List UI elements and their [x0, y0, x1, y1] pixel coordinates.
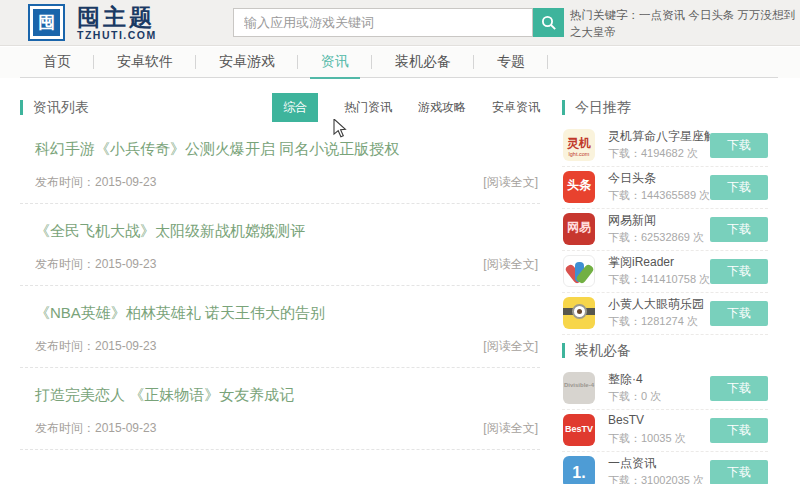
news-item-title[interactable]: 《全民飞机大战》太阳级新战机嫦娥测评 [35, 222, 538, 241]
nav-item[interactable]: 安卓游戏 [196, 47, 298, 78]
nav-items: 首页安卓软件安卓游戏资讯装机必备专题 [20, 47, 778, 78]
search-icon [541, 15, 557, 31]
news-item-date: 发布时间：2015-09-23 [35, 420, 156, 437]
news-item-meta: 发布时间：2015-09-23 [阅读全文] [35, 174, 538, 191]
news-filter-tab[interactable]: 游戏攻略 [418, 99, 466, 116]
nav-item[interactable]: 安卓软件 [94, 47, 196, 78]
app-icon-text: 1. [563, 456, 595, 482]
news-filter-tab[interactable]: 综合 [272, 93, 318, 122]
news-item-date: 发布时间：2015-09-23 [35, 256, 156, 273]
download-button[interactable]: 下载 [710, 133, 768, 158]
app-icon[interactable]: 灵机 lght.com [563, 129, 595, 161]
nav-item[interactable]: 装机必备 [372, 47, 474, 78]
download-button[interactable]: 下载 [710, 460, 768, 484]
app-name[interactable]: 一点资讯 [608, 455, 710, 472]
site-title: 囤主题 [77, 5, 157, 29]
nav-item-label: 安卓软件 [117, 53, 173, 69]
download-button[interactable]: 下载 [710, 259, 768, 284]
site-domain: TZHUTI.COM [77, 29, 157, 41]
news-item-meta: 发布时间：2015-09-23 [阅读全文] [35, 338, 538, 355]
news-item: 《NBA英雄》柏林英雄礼 诺天王伟大的告别 发布时间：2015-09-23 [阅… [20, 286, 540, 368]
app-icon[interactable]: BesTV [563, 414, 595, 446]
site-logo[interactable]: 囤 囤主题 TZHUTI.COM [28, 4, 157, 41]
news-item-meta: 发布时间：2015-09-23 [阅读全文] [35, 256, 538, 273]
app-icon-text: BesTV [563, 414, 595, 434]
hot-keywords: 热门关键字：一点资讯 今日头条 万万没想到之大皇帝 [570, 7, 800, 41]
sidebar-section-title: 今日推荐 [562, 100, 768, 115]
app-download-count: 下载：141410758 次 [608, 272, 710, 287]
read-more-link[interactable]: [阅读全文] [483, 174, 538, 191]
nav-item[interactable]: 专题 [474, 47, 548, 78]
app-name[interactable]: 今日头条 [608, 170, 710, 187]
app-icon[interactable]: 头条 [563, 171, 595, 203]
read-more-link[interactable]: [阅读全文] [483, 256, 538, 273]
nav-item-label: 安卓游戏 [219, 53, 275, 69]
sidebar: 今日推荐 灵机 lght.com 灵机算命八字星座解梦风 下载：4194682 … [562, 92, 768, 484]
app-download-count: 下载：10035 次 [608, 431, 686, 446]
app-download-count: 下载：4194682 次 [608, 146, 698, 161]
news-column: 资讯列表 综合热门资讯游戏攻略安卓资讯 科幻手游《小兵传奇》公测火爆开启 同名小… [20, 92, 540, 450]
app-icon-subtext: lght.com [563, 151, 595, 157]
search-input[interactable] [233, 8, 533, 37]
app-name[interactable]: 整除·4 [608, 371, 710, 388]
app-row: 掌阅iReader 下载：141410758 次 下载 [562, 251, 768, 293]
app-icon-text: 灵机 [563, 129, 595, 151]
news-list-header: 资讯列表 综合热门资讯游戏攻略安卓资讯 [20, 92, 540, 122]
app-icon-text: Divisible-4 [563, 372, 595, 389]
app-name[interactable]: BesTV [608, 413, 710, 427]
sidebar-app-rows: 灵机 lght.com 灵机算命八字星座解梦风 下载：4194682 次 下载 … [562, 125, 768, 335]
read-more-link[interactable]: [阅读全文] [483, 338, 538, 355]
app-download-count: 下载：1281274 次 [608, 314, 698, 329]
logo-icon: 囤 [28, 4, 65, 41]
sidebar-section-title: 装机必备 [562, 343, 768, 358]
app-name[interactable]: 掌阅iReader [608, 254, 710, 271]
news-item-meta: 发布时间：2015-09-23 [阅读全文] [35, 420, 538, 437]
read-more-link[interactable]: [阅读全文] [483, 420, 538, 437]
app-icon-text: 头条 [563, 171, 595, 193]
app-row: BesTV BesTV 下载：10035 次 下载 [562, 410, 768, 452]
news-item-title[interactable]: 打造完美恋人 《正妹物语》女友养成记 [35, 386, 538, 405]
news-filter-tab[interactable]: 热门资讯 [344, 99, 392, 116]
app-download-count: 下载：31002035 次 [608, 473, 704, 484]
news-filters: 综合热门资讯游戏攻略安卓资讯 [272, 93, 540, 122]
sidebar-app-rows: Divisible-4 整除·4 下载：0 次 下载 BesTV BesTV 下… [562, 368, 768, 484]
news-item-title[interactable]: 科幻手游《小兵传奇》公测火爆开启 同名小说正版授权 [35, 140, 538, 159]
app-icon[interactable]: 1. [563, 456, 595, 484]
logo-glyph: 囤 [33, 9, 60, 36]
search-button[interactable] [533, 8, 564, 37]
app-name[interactable]: 灵机算命八字星座解梦风 [608, 128, 710, 145]
app-name[interactable]: 小黄人大眼萌乐园 [608, 296, 710, 313]
download-button[interactable]: 下载 [710, 301, 768, 326]
app-icon[interactable]: Divisible-4 [563, 372, 595, 404]
sidebar-section: 今日推荐 灵机 lght.com 灵机算命八字星座解梦风 下载：4194682 … [562, 100, 768, 335]
nav-item-label: 专题 [497, 53, 525, 69]
news-filter-tab[interactable]: 安卓资讯 [492, 99, 540, 116]
main-nav: 首页安卓软件安卓游戏资讯装机必备专题 [0, 47, 800, 78]
app-icon[interactable]: 网易 [563, 213, 595, 245]
app-row: 小黄人大眼萌乐园 下载：1281274 次 下载 [562, 293, 768, 335]
news-item: 科幻手游《小兵传奇》公测火爆开启 同名小说正版授权 发布时间：2015-09-2… [20, 122, 540, 204]
nav-item-label: 首页 [43, 53, 71, 69]
app-row: 网易 网易新闻 下载：62532869 次 下载 [562, 209, 768, 251]
download-button[interactable]: 下载 [710, 175, 768, 200]
nav-item[interactable]: 资讯 [298, 47, 372, 78]
news-item-title[interactable]: 《NBA英雄》柏林英雄礼 诺天王伟大的告别 [35, 304, 538, 323]
news-section-title: 资讯列表 [20, 100, 89, 115]
app-icon[interactable] [563, 297, 595, 329]
logo-text: 囤主题 TZHUTI.COM [77, 5, 157, 41]
download-button[interactable]: 下载 [710, 418, 768, 443]
news-item-date: 发布时间：2015-09-23 [35, 338, 156, 355]
sidebar-section: 装机必备 Divisible-4 整除·4 下载：0 次 下载 BesTV Be… [562, 343, 768, 484]
download-button[interactable]: 下载 [710, 376, 768, 401]
news-item-date: 发布时间：2015-09-23 [35, 174, 156, 191]
download-button[interactable]: 下载 [710, 217, 768, 242]
nav-item-label: 资讯 [321, 53, 349, 69]
app-row: Divisible-4 整除·4 下载：0 次 下载 [562, 368, 768, 410]
app-icon[interactable] [563, 255, 595, 287]
app-name[interactable]: 网易新闻 [608, 212, 710, 229]
app-icon-text: 网易 [563, 213, 595, 235]
top-bar: 囤 囤主题 TZHUTI.COM 热门关键字：一点资讯 今日头条 万万没想到之大… [0, 0, 800, 46]
app-download-count: 下载：62532869 次 [608, 230, 704, 245]
app-row: 头条 今日头条 下载：144365589 次 下载 [562, 167, 768, 209]
nav-item[interactable]: 首页 [20, 47, 94, 78]
